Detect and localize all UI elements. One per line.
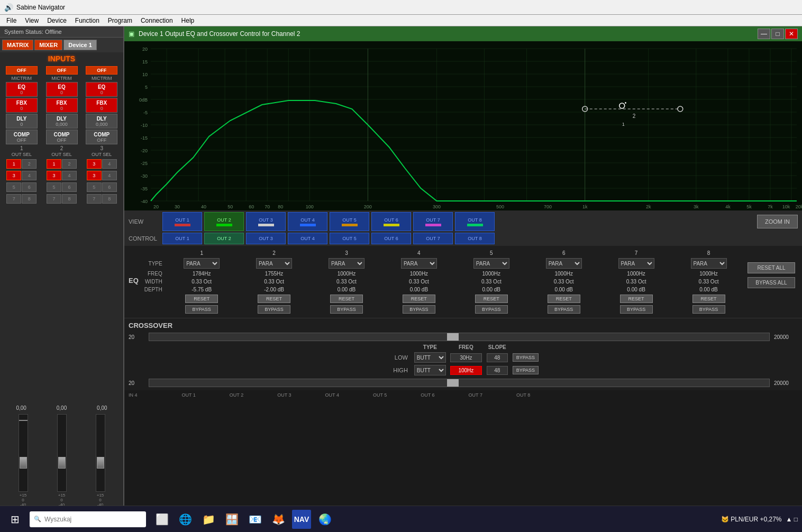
cross-slider1[interactable]: [149, 333, 770, 341]
start-button[interactable]: ⊞: [4, 509, 25, 530]
off-btn-1[interactable]: OFF: [6, 66, 38, 75]
view-out6[interactable]: OUT 6: [371, 212, 411, 231]
zoom-in-btn[interactable]: ZOOM IN: [757, 215, 798, 228]
reset-btn-7[interactable]: RESET: [620, 295, 653, 303]
out-btn-3-6[interactable]: 6: [102, 182, 117, 192]
taskbar-icon-2[interactable]: 🌐: [176, 510, 195, 529]
type-sel-2[interactable]: PARA: [256, 258, 292, 269]
view-out5[interactable]: OUT 5: [330, 212, 369, 231]
tab-device1[interactable]: Device 1: [63, 40, 97, 50]
ctrl-out3[interactable]: OUT 3: [246, 233, 286, 244]
tab-matrix[interactable]: MATRIX: [2, 40, 33, 50]
out-btn-2-8[interactable]: 8: [62, 194, 77, 204]
dly-btn-1[interactable]: DLY 0: [6, 114, 38, 129]
close-btn[interactable]: ✕: [785, 29, 798, 39]
bypass-btn-1[interactable]: BYPASS: [185, 305, 218, 314]
out-btn-3-2[interactable]: 4: [102, 159, 117, 169]
search-input[interactable]: [44, 516, 142, 523]
reset-btn-8[interactable]: RESET: [692, 295, 725, 303]
fbx-btn-3[interactable]: FBX 0: [86, 98, 117, 113]
ctrl-out8[interactable]: OUT 8: [455, 233, 495, 244]
cross-high-bypass[interactable]: BYPASS: [513, 366, 539, 374]
view-out3[interactable]: OUT 3: [246, 212, 286, 231]
view-out7[interactable]: OUT 7: [413, 212, 453, 231]
menu-function[interactable]: Function: [71, 16, 104, 25]
view-out1[interactable]: OUT 1: [162, 212, 202, 231]
type-sel-3[interactable]: PARA: [329, 258, 364, 269]
type-sel-5[interactable]: PARA: [473, 258, 509, 269]
menu-program[interactable]: Program: [104, 16, 136, 25]
out-btn-2-7[interactable]: 7: [47, 194, 61, 204]
view-out2[interactable]: OUT 2: [204, 212, 244, 231]
eq-btn-3[interactable]: EQ 0: [86, 82, 117, 97]
out-btn-1-1[interactable]: 1: [6, 159, 21, 169]
taskbar-icon-5[interactable]: 📧: [245, 510, 265, 529]
cross-low-type[interactable]: BUTT: [414, 352, 446, 363]
view-out4[interactable]: OUT 4: [288, 212, 327, 231]
bypass-btn-7[interactable]: BYPASS: [620, 305, 653, 314]
out-btn-1-4[interactable]: 4: [22, 171, 37, 180]
taskbar-icon-4[interactable]: 🪟: [222, 510, 241, 529]
out-btn-3-5[interactable]: 5: [87, 182, 102, 192]
ctrl-out7[interactable]: OUT 7: [413, 233, 453, 244]
off-btn-3[interactable]: OFF: [86, 66, 117, 75]
eq-btn-1[interactable]: EQ 0: [6, 82, 38, 97]
dly-btn-3[interactable]: DLY 0,000: [86, 114, 117, 129]
bypass-btn-4[interactable]: BYPASS: [403, 305, 435, 314]
taskbar-icon-1[interactable]: ⬜: [152, 510, 171, 529]
minimize-btn[interactable]: —: [758, 29, 770, 39]
nav-icon[interactable]: NAV: [292, 510, 311, 529]
type-sel-6[interactable]: PARA: [546, 258, 582, 269]
menu-file[interactable]: File: [2, 16, 21, 25]
reset-btn-2[interactable]: RESET: [258, 295, 290, 303]
menu-view[interactable]: View: [21, 16, 43, 25]
cross-slider2[interactable]: [149, 379, 770, 387]
out-btn-2-2[interactable]: 2: [62, 159, 77, 169]
search-bar[interactable]: 🔍: [30, 511, 146, 527]
out-btn-3-7[interactable]: 7: [87, 194, 102, 204]
fader-3[interactable]: +15 0 -40: [81, 414, 119, 507]
bypass-btn-8[interactable]: BYPASS: [692, 305, 725, 314]
bypass-btn-6[interactable]: BYPASS: [548, 305, 580, 314]
out-btn-3-3[interactable]: 3: [87, 171, 102, 180]
fader-1[interactable]: +15 0 -40: [4, 414, 42, 507]
out-btn-3-1[interactable]: 3: [87, 159, 102, 169]
menu-device[interactable]: Device: [43, 16, 71, 25]
dly-btn-2[interactable]: DLY 0,000: [46, 114, 78, 129]
reset-all-btn[interactable]: RESET ALL: [748, 262, 795, 273]
cross-high-type[interactable]: BUTT: [414, 365, 446, 375]
reset-btn-3[interactable]: RESET: [330, 295, 363, 303]
off-btn-2[interactable]: OFF: [46, 66, 78, 75]
out-btn-1-3[interactable]: 3: [6, 171, 21, 180]
bypass-btn-5[interactable]: BYPASS: [475, 305, 508, 314]
out-btn-3-8[interactable]: 8: [102, 194, 117, 204]
ctrl-out6[interactable]: OUT 6: [371, 233, 411, 244]
out-btn-2-3[interactable]: 3: [47, 171, 61, 180]
out-btn-2-6[interactable]: 6: [62, 182, 77, 192]
cross-low-bypass[interactable]: BYPASS: [513, 353, 539, 362]
ctrl-out5[interactable]: OUT 5: [330, 233, 369, 244]
cross-slider2-thumb[interactable]: [447, 379, 459, 387]
reset-btn-5[interactable]: RESET: [475, 295, 508, 303]
eq-btn-2[interactable]: EQ 0: [46, 82, 78, 97]
menu-help[interactable]: Help: [177, 16, 199, 25]
reset-btn-4[interactable]: RESET: [403, 295, 435, 303]
out-btn-1-2[interactable]: 2: [22, 159, 37, 169]
reset-btn-6[interactable]: RESET: [548, 295, 580, 303]
ctrl-out1[interactable]: OUT 1: [162, 233, 202, 244]
bypass-all-btn[interactable]: BYPASS ALL: [748, 277, 795, 288]
tab-mixer[interactable]: MIXER: [34, 40, 62, 50]
out-btn-1-7[interactable]: 7: [6, 194, 21, 204]
bypass-btn-2[interactable]: BYPASS: [258, 305, 290, 314]
menu-connection[interactable]: Connection: [136, 16, 177, 25]
ctrl-out4[interactable]: OUT 4: [288, 233, 327, 244]
out-btn-2-5[interactable]: 5: [47, 182, 61, 192]
taskbar-icon-7[interactable]: 🌏: [315, 510, 334, 529]
comp-btn-2[interactable]: COMP OFF: [46, 130, 78, 144]
fbx-btn-1[interactable]: FBX 0: [6, 98, 38, 113]
out-btn-1-8[interactable]: 8: [22, 194, 37, 204]
out-btn-1-5[interactable]: 5: [6, 182, 21, 192]
out-btn-2-4[interactable]: 4: [62, 171, 77, 180]
out-btn-2-1[interactable]: 1: [47, 159, 61, 169]
cross-slider1-thumb[interactable]: [447, 333, 459, 341]
